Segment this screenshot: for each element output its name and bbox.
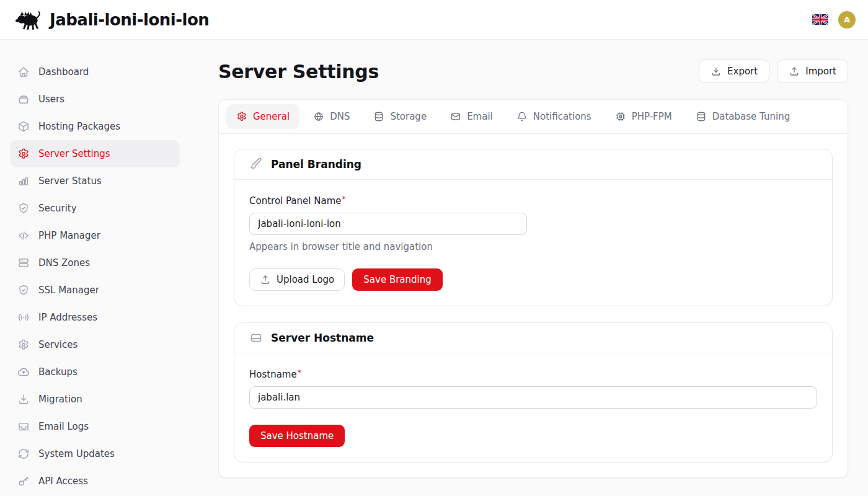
control-panel-name-helper: Appears in browser title and navigation: [249, 241, 817, 252]
language-flag-uk-icon[interactable]: [812, 14, 828, 25]
key-icon: [17, 475, 30, 487]
sidebar-item-hosting-packages[interactable]: Hosting Packages: [10, 113, 180, 140]
sidebar-item-ssl-manager[interactable]: SSL Manager: [10, 277, 180, 304]
cloud-upload-icon: [17, 366, 30, 378]
sidebar-item-users[interactable]: Users: [10, 86, 180, 113]
server-hostname-card: Server Hostname Hostname* Save Hostname: [234, 322, 833, 463]
home-icon: [17, 66, 30, 78]
sidebar-item-migration[interactable]: Migration: [10, 386, 180, 413]
sidebar-item-security[interactable]: Security: [10, 195, 180, 222]
tab-notifications[interactable]: Notifications: [507, 104, 601, 129]
radio-icon: [17, 311, 30, 324]
sidebar-item-api-access[interactable]: API Access: [10, 467, 180, 495]
server-hostname-title: Server Hostname: [271, 332, 374, 344]
sidebar-item-label: PHP Manager: [38, 230, 100, 241]
sidebar-item-system-updates[interactable]: System Updates: [10, 440, 180, 467]
hostname-input[interactable]: [249, 386, 817, 409]
sidebar-item-label: Security: [38, 203, 77, 214]
sidebar-item-label: SSL Manager: [38, 285, 99, 296]
sidebar-item-label: Email Logs: [38, 421, 89, 432]
sidebar-item-backups[interactable]: Backups: [10, 358, 180, 386]
sidebar-item-label: Migration: [38, 394, 82, 405]
code-icon: [17, 229, 30, 242]
sidebar-item-ip-addresses[interactable]: IP Addresses: [10, 304, 180, 331]
tab-general[interactable]: General: [226, 104, 299, 129]
top-bar: Jabali-loni-loni-lon A: [0, 0, 868, 40]
page-title: Server Settings: [218, 61, 379, 82]
settings-tab-bar: GeneralDNSStorageEmailNotificationsPHP-F…: [219, 100, 848, 134]
inbox-icon: [17, 420, 30, 433]
user-avatar[interactable]: A: [838, 11, 856, 29]
sidebar-item-services[interactable]: Services: [10, 331, 180, 358]
sidebar-item-label: Services: [38, 339, 78, 350]
sidebar-item-php-manager[interactable]: PHP Manager: [10, 222, 180, 249]
hostname-label: Hostname*: [249, 369, 301, 380]
server-stack-icon: [17, 257, 30, 269]
globe-icon: [313, 111, 324, 122]
save-hostname-button[interactable]: Save Hostname: [249, 425, 345, 447]
cpu-icon: [615, 111, 626, 122]
sidebar-item-server-status[interactable]: Server Status: [10, 167, 180, 195]
import-button[interactable]: Import: [777, 60, 848, 83]
tab-dns[interactable]: DNS: [303, 104, 360, 129]
database-icon: [696, 111, 707, 122]
upload-icon: [260, 274, 271, 285]
sidebar-item-label: DNS Zones: [38, 257, 90, 268]
mail-icon: [450, 111, 461, 122]
brush-icon: [249, 157, 263, 171]
tab-email[interactable]: Email: [440, 104, 503, 129]
boar-logo-icon: [15, 10, 43, 30]
download-icon: [711, 66, 722, 77]
tab-storage[interactable]: Storage: [363, 104, 436, 129]
sidebar-item-dashboard[interactable]: Dashboard: [10, 58, 180, 86]
control-panel-name-input[interactable]: [249, 213, 527, 235]
sidebar-item-label: Dashboard: [38, 66, 89, 78]
gear-icon: [17, 148, 30, 160]
tab-database-tuning[interactable]: Database Tuning: [686, 104, 800, 129]
tab-php-fpm[interactable]: PHP-FPM: [605, 104, 682, 129]
save-branding-button[interactable]: Save Branding: [352, 268, 442, 291]
required-asterisk: *: [298, 368, 301, 377]
panel-branding-card: Panel Branding Control Panel Name* Appea…: [234, 149, 833, 306]
download-icon: [17, 393, 30, 405]
bar-chart-icon: [17, 175, 30, 187]
panel-branding-title: Panel Branding: [271, 158, 361, 170]
control-panel-name-label: Control Panel Name*: [249, 195, 345, 206]
shield-check-icon: [17, 202, 30, 215]
sidebar-item-label: Server Settings: [38, 148, 110, 159]
main-content: Server Settings ExportImport GeneralDNSS…: [188, 40, 868, 496]
sidebar-item-label: IP Addresses: [38, 312, 97, 323]
sidebar-nav: DashboardUsersHosting PackagesServer Set…: [0, 40, 188, 496]
required-asterisk: *: [342, 195, 345, 203]
gear-icon: [236, 111, 247, 122]
users-box-icon: [17, 93, 30, 105]
sidebar-item-dns-zones[interactable]: DNS Zones: [10, 249, 180, 277]
upload-icon: [789, 66, 800, 77]
sidebar-item-server-settings[interactable]: Server Settings: [10, 140, 180, 167]
sidebar-item-label: Backups: [38, 366, 78, 378]
gear-icon: [17, 339, 30, 351]
settings-panel: GeneralDNSStorageEmailNotificationsPHP-F…: [218, 99, 848, 478]
bell-icon: [516, 111, 528, 122]
sidebar-item-label: Server Status: [38, 175, 102, 187]
sidebar-item-label: Users: [38, 94, 64, 105]
upload-logo-button[interactable]: Upload Logo: [249, 268, 345, 291]
sidebar-item-email-logs[interactable]: Email Logs: [10, 413, 180, 440]
shield-check-icon: [17, 284, 30, 296]
hard-drive-icon: [249, 331, 263, 345]
sidebar-item-label: Hosting Packages: [38, 121, 120, 132]
export-button[interactable]: Export: [699, 60, 769, 83]
sidebar-item-label: API Access: [38, 476, 88, 487]
database-icon: [373, 111, 384, 122]
page-actions: ExportImport: [699, 60, 848, 83]
app-title: Jabali-loni-loni-lon: [50, 11, 209, 29]
package-icon: [17, 120, 30, 133]
header-logo[interactable]: Jabali-loni-loni-lon: [15, 10, 209, 30]
sidebar-item-label: System Updates: [38, 448, 115, 459]
refresh-icon: [17, 448, 30, 460]
